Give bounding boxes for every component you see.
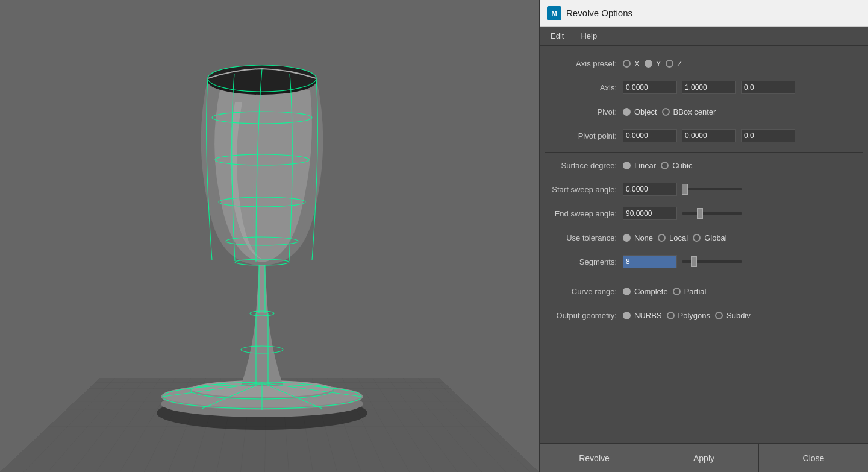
surface-cubic-radio[interactable]: [661, 162, 669, 169]
curve-partial-radio[interactable]: [673, 288, 681, 295]
surface-linear-label: Linear: [634, 161, 656, 170]
axis-z-radio[interactable]: [666, 60, 673, 68]
curve-complete-radio[interactable]: [623, 288, 631, 295]
axis-x-radio[interactable]: [623, 60, 631, 68]
tolerance-none-group[interactable]: None: [623, 233, 653, 242]
pivot-y-input[interactable]: [682, 129, 736, 142]
surface-linear-group[interactable]: Linear: [623, 161, 656, 170]
options-content: Axis preset: X Y Z Axis:: [540, 46, 868, 443]
end-sweep-controls: [623, 207, 863, 220]
start-sweep-label: Start sweep angle:: [545, 185, 623, 194]
surface-degree-controls: Linear Cubic: [623, 161, 863, 170]
end-sweep-input[interactable]: [623, 207, 677, 220]
axis-preset-label: Axis preset:: [545, 59, 623, 68]
curve-range-controls: Complete Partial: [623, 287, 863, 296]
maya-icon: M: [547, 6, 561, 20]
axis-x-label: X: [634, 59, 640, 68]
apply-button[interactable]: Apply: [649, 444, 759, 472]
panel-title: Revolve Options: [566, 8, 632, 18]
output-subdiv-group[interactable]: Subdiv: [715, 311, 751, 320]
surface-cubic-group[interactable]: Cubic: [661, 161, 692, 170]
start-sweep-slider[interactable]: [682, 188, 742, 190]
axis-y-group[interactable]: Y: [645, 59, 661, 68]
tolerance-none-radio[interactable]: [623, 234, 631, 242]
axis-x-group[interactable]: X: [623, 59, 640, 68]
axis-label: Axis:: [545, 83, 623, 92]
surface-cubic-label: Cubic: [672, 161, 692, 170]
viewport-3d[interactable]: [0, 0, 539, 472]
output-polygons-label: Polygons: [678, 311, 710, 320]
output-geometry-controls: NURBS Polygons Subdiv: [623, 311, 863, 320]
output-geometry-label: Output geometry:: [545, 311, 623, 320]
tolerance-local-radio[interactable]: [658, 234, 666, 242]
start-sweep-row: Start sweep angle:: [545, 181, 863, 197]
pivot-controls: Object BBox center: [623, 107, 863, 116]
use-tolerance-controls: None Local Global: [623, 233, 863, 242]
pivot-object-group[interactable]: Object: [623, 107, 657, 116]
axis-y-label: Y: [656, 59, 661, 68]
tolerance-local-label: Local: [669, 233, 688, 242]
curve-range-row: Curve range: Complete Partial: [545, 283, 863, 299]
tolerance-none-label: None: [634, 233, 653, 242]
end-sweep-thumb[interactable]: [697, 208, 703, 219]
output-polygons-radio[interactable]: [667, 312, 675, 319]
curve-partial-group[interactable]: Partial: [673, 287, 707, 296]
segments-controls: [623, 255, 863, 268]
axis-z-input[interactable]: [741, 81, 795, 94]
pivot-object-radio[interactable]: [623, 108, 631, 116]
revolve-options-panel: M Revolve Options Edit Help Axis preset:…: [539, 0, 868, 472]
pivot-bbox-group[interactable]: BBox center: [662, 107, 716, 116]
segments-thumb[interactable]: [691, 256, 697, 267]
revolve-button[interactable]: Revolve: [540, 444, 649, 472]
end-sweep-label: End sweep angle:: [545, 209, 623, 218]
segments-input[interactable]: [623, 255, 677, 268]
curve-complete-label: Complete: [634, 287, 668, 296]
surface-degree-row: Surface degree: Linear Cubic: [545, 157, 863, 173]
start-sweep-input[interactable]: [623, 183, 677, 196]
output-polygons-group[interactable]: Polygons: [667, 311, 710, 320]
pivot-row: Pivot: Object BBox center: [545, 104, 863, 119]
end-sweep-row: End sweep angle:: [545, 206, 863, 221]
use-tolerance-label: Use tolerance:: [545, 233, 623, 242]
segments-label: Segments:: [545, 257, 623, 266]
axis-x-input[interactable]: [623, 81, 677, 94]
close-button[interactable]: Close: [759, 444, 868, 472]
axis-y-radio[interactable]: [645, 60, 652, 68]
pivot-point-row: Pivot point:: [545, 128, 863, 143]
pivot-label: Pivot:: [545, 107, 623, 116]
segments-slider[interactable]: [682, 260, 742, 263]
tolerance-global-radio[interactable]: [693, 234, 701, 242]
output-subdiv-radio[interactable]: [715, 312, 723, 319]
axis-preset-row: Axis preset: X Y Z: [545, 55, 863, 71]
axis-value-controls: [623, 81, 863, 94]
axis-y-input[interactable]: [682, 81, 736, 94]
output-nurbs-radio[interactable]: [623, 312, 631, 319]
tolerance-global-label: Global: [704, 233, 727, 242]
bottom-buttons: Revolve Apply Close: [540, 443, 868, 472]
menu-help[interactable]: Help: [577, 29, 601, 43]
output-nurbs-label: NURBS: [634, 311, 662, 320]
output-nurbs-group[interactable]: NURBS: [623, 311, 662, 320]
curve-range-label: Curve range:: [545, 287, 623, 296]
pivot-x-input[interactable]: [623, 129, 677, 142]
output-geometry-row: Output geometry: NURBS Polygons Subdiv: [545, 307, 863, 323]
axis-z-label: Z: [677, 59, 682, 68]
divider-1: [545, 152, 863, 153]
curve-complete-group[interactable]: Complete: [623, 287, 668, 296]
pivot-object-label: Object: [634, 107, 657, 116]
surface-linear-radio[interactable]: [623, 162, 631, 169]
surface-degree-label: Surface degree:: [545, 161, 623, 170]
title-bar: M Revolve Options: [540, 0, 868, 27]
goblet-3d: [102, 24, 428, 446]
tolerance-local-group[interactable]: Local: [658, 233, 688, 242]
menu-edit[interactable]: Edit: [547, 29, 567, 43]
pivot-z-input[interactable]: [741, 129, 795, 142]
pivot-bbox-radio[interactable]: [662, 108, 670, 116]
axis-z-group[interactable]: Z: [666, 59, 682, 68]
pivot-point-label: Pivot point:: [545, 131, 623, 140]
tolerance-global-group[interactable]: Global: [693, 233, 727, 242]
end-sweep-slider[interactable]: [682, 212, 742, 215]
start-sweep-thumb[interactable]: [682, 184, 688, 195]
divider-2: [545, 278, 863, 278]
axis-values-row: Axis:: [545, 80, 863, 95]
